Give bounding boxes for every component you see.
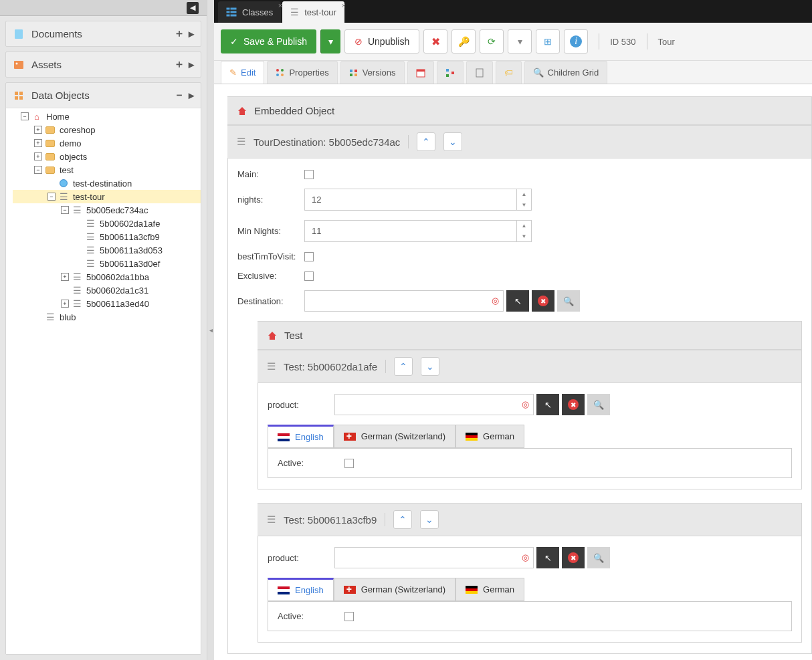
- documents-panel-header[interactable]: Documents ＋ ▸: [6, 21, 201, 46]
- remove-relation-button[interactable]: ✖: [532, 290, 554, 312]
- move-down-button[interactable]: ⌄: [443, 132, 462, 151]
- delete-button[interactable]: ✖: [423, 29, 447, 53]
- dataobjects-expand-icon[interactable]: ▸: [189, 89, 194, 102]
- tree-n1b[interactable]: ☰5b00611a3cfb9: [13, 230, 201, 243]
- cursor-button[interactable]: ↖: [536, 547, 559, 568]
- tree-coreshop[interactable]: +coreshop: [13, 123, 201, 136]
- search-relation-button[interactable]: 🔍: [557, 290, 580, 312]
- lang-tab-german[interactable]: German: [455, 425, 524, 448]
- tree-n1c[interactable]: ☰5b00611a3d053: [13, 243, 201, 257]
- spinner-up-icon[interactable]: ▲: [517, 189, 531, 200]
- sidebar-collapse-bar[interactable]: ◀: [0, 0, 207, 16]
- info-button[interactable]: i: [564, 29, 588, 53]
- toggle-icon[interactable]: −: [61, 206, 69, 214]
- tree-n1a[interactable]: ☰5b00602da1afe: [13, 217, 201, 230]
- remove-relation-button[interactable]: ✖: [562, 394, 585, 415]
- subtab-tags[interactable]: 🏷: [496, 61, 522, 84]
- toggle-icon[interactable]: −: [34, 166, 42, 174]
- lang-tab-german[interactable]: German: [455, 578, 524, 601]
- lang-tab-english[interactable]: English: [268, 425, 334, 448]
- tree-n4[interactable]: +☰5b00611a3ed40: [13, 297, 201, 310]
- svg-rect-12: [231, 15, 236, 16]
- show-tree-button[interactable]: ⊞: [536, 29, 560, 53]
- tree-n1[interactable]: −☰5b005edc734ac: [13, 203, 201, 217]
- search-relation-button[interactable]: 🔍: [587, 547, 610, 568]
- reload-button[interactable]: ⟳: [480, 29, 504, 53]
- product-input[interactable]: ◎: [334, 394, 534, 415]
- toggle-icon[interactable]: +: [61, 273, 69, 281]
- tree-n3[interactable]: ☰5b00602da1c31: [13, 284, 201, 297]
- drag-handle-icon[interactable]: ☰: [237, 136, 245, 148]
- nights-input[interactable]: 12▲▼: [304, 189, 532, 211]
- language-body: Active:: [268, 449, 792, 478]
- main-checkbox[interactable]: [304, 170, 314, 179]
- subtab-schedule[interactable]: [407, 61, 434, 84]
- remove-relation-button[interactable]: ✖: [562, 547, 585, 568]
- flag-ch-icon: [344, 433, 356, 441]
- flag-en-icon: [278, 586, 290, 594]
- move-up-button[interactable]: ⌃: [394, 357, 413, 376]
- lang-tab-english[interactable]: English: [268, 578, 334, 601]
- spinner-down-icon[interactable]: ▼: [517, 200, 531, 211]
- toggle-icon[interactable]: −: [21, 112, 29, 120]
- move-up-button[interactable]: ⌃: [417, 132, 435, 151]
- move-up-button[interactable]: ⌃: [393, 510, 412, 529]
- tree-test-destination[interactable]: test-destination: [13, 177, 201, 190]
- drag-handle-icon[interactable]: ☰: [267, 360, 276, 372]
- toggle-icon[interactable]: +: [34, 126, 42, 134]
- lang-tab-german-ch[interactable]: German (Switzerland): [334, 425, 455, 448]
- documents-add-icon[interactable]: ＋: [174, 27, 185, 41]
- minnights-input[interactable]: 11▲▼: [304, 220, 532, 242]
- toggle-icon[interactable]: +: [61, 300, 69, 308]
- tree-home[interactable]: −⌂Home: [13, 110, 201, 123]
- rename-button[interactable]: 🔑: [451, 29, 476, 53]
- active-checkbox[interactable]: [344, 459, 354, 468]
- assets-add-icon[interactable]: ＋: [174, 58, 185, 72]
- unpublish-button[interactable]: ⊘ Unpublish: [344, 29, 419, 53]
- assets-expand-icon[interactable]: ▸: [189, 58, 194, 71]
- tree-test-tour[interactable]: −☰test-tour: [13, 190, 201, 203]
- spinner-down-icon[interactable]: ▼: [517, 231, 531, 242]
- save-publish-dropdown[interactable]: ▾: [320, 29, 340, 53]
- assets-panel-header[interactable]: Assets ＋ ▸: [6, 52, 201, 77]
- search-relation-button[interactable]: 🔍: [587, 394, 610, 415]
- splitter[interactable]: ◂: [207, 0, 214, 660]
- reload-dropdown[interactable]: ▾: [508, 29, 532, 53]
- drag-handle-icon[interactable]: ☰: [267, 514, 276, 526]
- spinner-up-icon[interactable]: ▲: [517, 221, 531, 231]
- destination-input[interactable]: ◎: [304, 290, 504, 312]
- exclusive-checkbox[interactable]: [304, 271, 314, 281]
- tag-icon: 🏷: [504, 68, 513, 78]
- cursor-button[interactable]: ↖: [506, 290, 529, 312]
- subtab-dependencies[interactable]: [437, 61, 464, 84]
- product-input[interactable]: ◎: [334, 547, 534, 568]
- subtab-properties[interactable]: Properties: [267, 61, 337, 84]
- lang-tab-german-ch[interactable]: German (Switzerland): [334, 578, 455, 601]
- tree-objects[interactable]: +objects: [13, 150, 201, 163]
- active-checkbox[interactable]: [344, 612, 354, 621]
- save-publish-button[interactable]: ✓ Save & Publish: [221, 29, 316, 53]
- dataobjects-panel-header[interactable]: Data Objects － ▸: [6, 83, 201, 108]
- subtab-versions[interactable]: Versions: [340, 61, 405, 84]
- tab-classes[interactable]: Classes ×: [218, 1, 281, 23]
- active-label: Active:: [278, 611, 344, 621]
- toggle-icon[interactable]: +: [34, 152, 42, 160]
- subtab-children-grid[interactable]: 🔍Children Grid: [524, 61, 608, 84]
- documents-expand-icon[interactable]: ▸: [189, 27, 194, 40]
- toggle-icon[interactable]: +: [34, 139, 42, 147]
- subtab-notes[interactable]: [466, 61, 493, 84]
- tree-demo[interactable]: +demo: [13, 136, 201, 150]
- subtab-edit[interactable]: ✎Edit: [221, 61, 264, 84]
- besttime-checkbox[interactable]: [304, 252, 314, 261]
- move-down-button[interactable]: ⌄: [420, 510, 439, 529]
- dataobjects-collapse-icon[interactable]: －: [174, 88, 185, 102]
- tree-test[interactable]: −test: [13, 163, 201, 177]
- cursor-button[interactable]: ↖: [536, 394, 559, 415]
- tree-n2[interactable]: +☰5b00602da1bba: [13, 270, 201, 284]
- move-down-button[interactable]: ⌄: [421, 357, 439, 376]
- tree-blub[interactable]: ☰blub: [13, 310, 201, 324]
- tree-n1d[interactable]: ☰5b00611a3d0ef: [13, 257, 201, 270]
- close-icon[interactable]: ×: [342, 1, 346, 9]
- tab-test-tour[interactable]: ☰ test-tour ×: [282, 1, 344, 23]
- toggle-icon[interactable]: −: [47, 193, 56, 201]
